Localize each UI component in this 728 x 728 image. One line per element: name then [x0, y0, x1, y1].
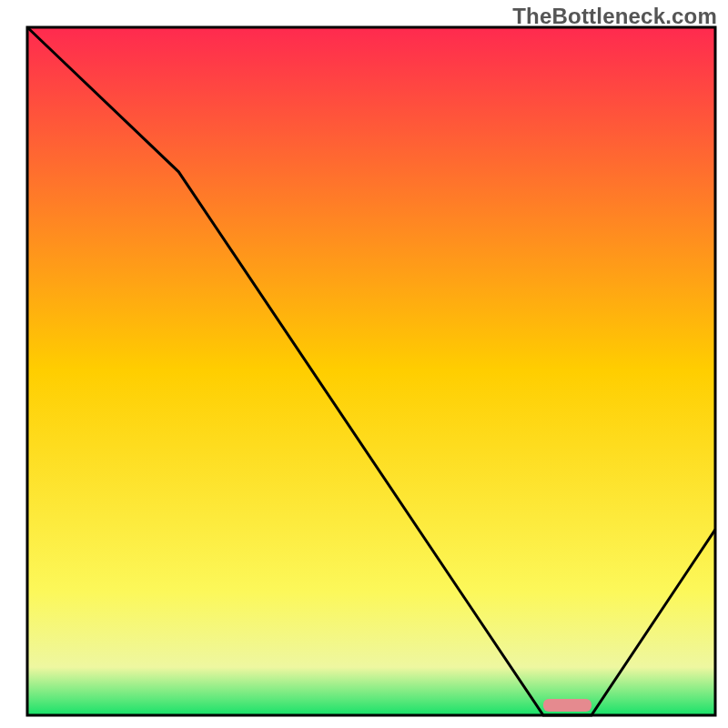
watermark-label: TheBottleneck.com — [512, 4, 717, 29]
bottleneck-chart — [0, 0, 728, 728]
optimal-marker — [543, 699, 592, 712]
plot-background — [27, 27, 715, 715]
chart-container: TheBottleneck.com — [0, 0, 728, 728]
